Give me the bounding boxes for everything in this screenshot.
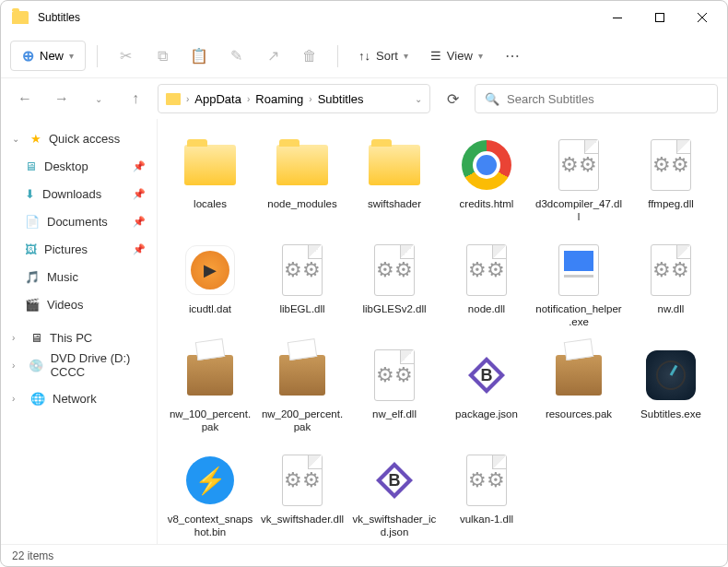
- file-type-icon: B: [365, 451, 424, 510]
- sidebar-item-label: Documents: [47, 215, 108, 229]
- breadcrumb-item[interactable]: Roaming: [255, 92, 303, 106]
- minimize-button[interactable]: [596, 3, 639, 32]
- new-button[interactable]: ⊕ New ▾: [10, 41, 86, 71]
- file-item[interactable]: ⚙⚙nw.dll: [626, 235, 716, 335]
- file-type-icon: ⚙⚙: [641, 136, 700, 195]
- file-name-label: libGLESv2.dll: [362, 303, 426, 316]
- search-input[interactable]: [507, 92, 708, 106]
- file-type-icon: ⚙⚙: [457, 241, 516, 300]
- sidebar-quick-access[interactable]: ⌄ ★ Quick access: [5, 124, 153, 152]
- file-name-label: notification_helper.exe: [535, 303, 622, 329]
- sidebar-item-music[interactable]: 🎵Music: [5, 263, 153, 290]
- dvd-label: DVD Drive (D:) CCCC: [51, 351, 146, 379]
- paste-button[interactable]: 📋: [182, 40, 216, 73]
- sidebar-item-label: Downloads: [42, 187, 101, 201]
- rename-button[interactable]: ✎: [219, 40, 252, 73]
- navbar: ← → ⌄ ↑ › AppData › Roaming › Subtitles …: [1, 78, 727, 119]
- item-count: 22 items: [12, 549, 53, 562]
- chevron-right-icon: ›: [247, 94, 250, 104]
- chevron-right-icon: ›: [186, 94, 189, 104]
- file-item[interactable]: ⚙⚙ffmpeg.dll: [626, 130, 716, 230]
- file-item[interactable]: ⚡v8_context_snapshot.bin: [165, 445, 255, 544]
- pin-icon: 📌: [133, 243, 146, 255]
- window-controls: [596, 3, 723, 32]
- file-type-icon: ⚙⚙: [273, 451, 332, 510]
- sort-button[interactable]: ↑↓ Sort ▾: [349, 43, 417, 68]
- file-name-label: vulkan-1.dll: [460, 514, 513, 526]
- chevron-down-icon[interactable]: ⌄: [415, 94, 422, 104]
- sidebar-item-label: Videos: [47, 298, 84, 312]
- maximize-button[interactable]: [639, 3, 681, 32]
- file-item[interactable]: nw_200_percent.pak: [257, 340, 347, 440]
- svg-rect-0: [613, 18, 622, 18]
- file-item[interactable]: notification_helper.exe: [534, 235, 624, 335]
- file-name-label: locales: [194, 198, 227, 211]
- back-button[interactable]: ←: [10, 84, 40, 113]
- file-item[interactable]: resources.pak: [534, 340, 624, 440]
- file-type-icon: [549, 346, 608, 405]
- sidebar-item-desktop[interactable]: 🖥Desktop📌: [5, 152, 153, 180]
- more-button[interactable]: ⋯: [496, 40, 529, 73]
- this-pc-label: This PC: [50, 331, 92, 345]
- recent-button[interactable]: ⌄: [84, 84, 113, 113]
- file-item[interactable]: ⚙⚙libGLESv2.dll: [349, 235, 440, 335]
- chevron-right-icon: ›: [12, 360, 21, 371]
- file-item[interactable]: ⚙⚙vulkan-1.dll: [441, 445, 532, 544]
- address-bar[interactable]: › AppData › Roaming › Subtitles ⌄: [158, 84, 430, 113]
- pc-icon: 🖥: [30, 331, 42, 345]
- share-button[interactable]: ↗: [256, 40, 289, 73]
- sidebar-this-pc[interactable]: ›🖥This PC: [5, 324, 153, 351]
- file-item[interactable]: node_modules: [257, 130, 347, 230]
- view-button[interactable]: ☰ View ▾: [421, 43, 492, 68]
- breadcrumb-item[interactable]: Subtitles: [318, 92, 364, 106]
- sidebar-item-videos[interactable]: 🎬Videos: [5, 290, 153, 318]
- file-item[interactable]: Subtitles.exe: [626, 340, 716, 440]
- copy-button[interactable]: ⧉: [146, 40, 179, 73]
- statusbar: 22 items: [1, 544, 727, 566]
- chevron-down-icon: ▾: [69, 51, 74, 61]
- delete-button[interactable]: 🗑: [293, 40, 326, 73]
- file-item[interactable]: swiftshader: [349, 130, 440, 230]
- file-item[interactable]: ⚙⚙libEGL.dll: [257, 235, 347, 335]
- file-type-icon: ⚙⚙: [365, 346, 424, 405]
- sidebar-dvd[interactable]: ›💿DVD Drive (D:) CCCC: [5, 351, 153, 379]
- sidebar-network[interactable]: ›🌐Network: [5, 384, 153, 412]
- file-item[interactable]: locales: [165, 130, 255, 230]
- file-name-label: nw_100_percent.pak: [167, 408, 253, 434]
- file-item[interactable]: ⚙⚙node.dll: [441, 235, 532, 335]
- file-type-icon: [549, 241, 608, 300]
- search-box[interactable]: 🔍: [475, 84, 718, 113]
- file-type-icon: [273, 136, 332, 195]
- close-button[interactable]: [681, 3, 723, 32]
- file-name-label: nw_elf.dll: [372, 408, 417, 421]
- file-item[interactable]: nw_100_percent.pak: [165, 340, 255, 440]
- sort-label: Sort: [376, 49, 398, 63]
- sidebar: ⌄ ★ Quick access 🖥Desktop📌 ⬇Downloads📌 📄…: [1, 119, 158, 544]
- file-item[interactable]: Bpackage.json: [441, 340, 532, 440]
- pictures-icon: 🖼: [25, 242, 37, 256]
- file-grid: localesnode_modulesswiftshadercredits.ht…: [158, 119, 727, 544]
- file-name-label: d3dcompiler_47.dll: [535, 198, 622, 224]
- breadcrumb-item[interactable]: AppData: [194, 92, 241, 106]
- up-button[interactable]: ↑: [121, 84, 150, 113]
- file-type-icon: ▶: [181, 241, 240, 300]
- file-item[interactable]: ⚙⚙nw_elf.dll: [349, 340, 440, 440]
- main: ⌄ ★ Quick access 🖥Desktop📌 ⬇Downloads📌 📄…: [1, 119, 727, 544]
- cut-button[interactable]: ✂: [109, 40, 142, 73]
- refresh-button[interactable]: ⟳: [438, 84, 467, 113]
- file-item[interactable]: ⚙⚙vk_swiftshader.dll: [257, 445, 347, 544]
- file-type-icon: [641, 346, 700, 405]
- sidebar-item-documents[interactable]: 📄Documents📌: [5, 207, 153, 235]
- chevron-down-icon: ▾: [404, 51, 408, 61]
- file-name-label: swiftshader: [368, 198, 421, 211]
- forward-button[interactable]: →: [47, 84, 76, 113]
- sidebar-item-pictures[interactable]: 🖼Pictures📌: [5, 235, 153, 263]
- file-item[interactable]: Bvk_swiftshader_icd.json: [349, 445, 440, 544]
- file-type-icon: [457, 136, 516, 195]
- sidebar-item-downloads[interactable]: ⬇Downloads📌: [5, 180, 153, 207]
- file-item[interactable]: credits.html: [441, 130, 532, 230]
- file-item[interactable]: ⚙⚙d3dcompiler_47.dll: [534, 130, 624, 230]
- file-item[interactable]: ▶icudtl.dat: [165, 235, 255, 335]
- videos-icon: 🎬: [25, 298, 40, 312]
- file-name-label: credits.html: [460, 198, 514, 211]
